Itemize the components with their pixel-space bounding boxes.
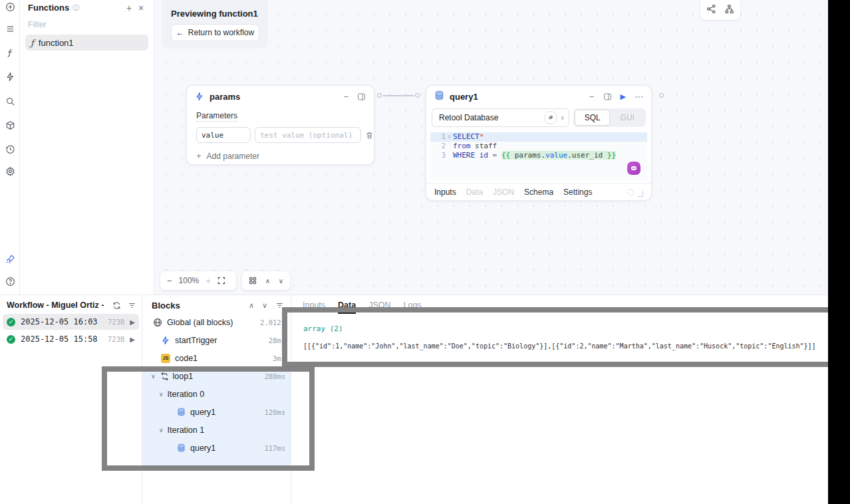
zoom-in-button[interactable]: + bbox=[206, 276, 211, 286]
grid-view-icon[interactable] bbox=[249, 277, 257, 285]
filter-icon[interactable] bbox=[128, 301, 136, 310]
play-run-icon[interactable]: ▶ bbox=[130, 336, 135, 343]
code-line-3: 3 WHERE id = {{ params.value.user_id }} bbox=[430, 151, 647, 160]
collapse-icon[interactable]: − bbox=[343, 92, 349, 101]
query-node-header: query1 − ▶ ⋯ bbox=[426, 86, 651, 107]
left-icon-rail bbox=[0, 0, 20, 295]
block-row-query1-iter1[interactable]: query1 117ms bbox=[142, 439, 291, 457]
rocket-icon[interactable] bbox=[5, 253, 15, 264]
function-item-icon: ƒ bbox=[31, 38, 34, 48]
runs-panel-title: Workflow - Miguel Ortiz - 20... bbox=[7, 301, 106, 310]
params-node-header: params − bbox=[187, 86, 374, 107]
zoom-toolbar: − 100% + bbox=[160, 271, 237, 291]
search-icon[interactable] bbox=[5, 96, 15, 106]
fit-view-icon[interactable] bbox=[217, 277, 225, 285]
function-icon[interactable] bbox=[5, 47, 15, 58]
query-input-port[interactable] bbox=[415, 93, 420, 98]
block-row-iteration-0[interactable]: ∨ Iteration 0 bbox=[142, 385, 291, 403]
add-function-button[interactable]: + bbox=[123, 3, 135, 13]
results-tab-logs[interactable]: Logs bbox=[404, 301, 422, 314]
run-results-panel: Inputs Data JSON Logs array (2) [[{"id":… bbox=[291, 295, 828, 504]
functions-filter-input[interactable] bbox=[28, 20, 141, 29]
help-icon[interactable] bbox=[5, 276, 15, 287]
run-size: 723B bbox=[108, 335, 124, 343]
query-node-title: query1 bbox=[450, 92, 478, 102]
filter-icon[interactable] bbox=[275, 301, 284, 310]
menu-icon[interactable] bbox=[5, 23, 15, 34]
tree-layout-icon[interactable] bbox=[724, 4, 734, 17]
collapse-all-icon[interactable]: ∧ bbox=[249, 301, 254, 310]
params-block-node[interactable]: params − Parameters + Add parameter bbox=[186, 85, 374, 165]
results-tab-json[interactable]: JSON bbox=[368, 301, 390, 314]
query-tab-settings[interactable]: Settings bbox=[563, 188, 592, 197]
chevron-down-icon[interactable]: ∨ bbox=[151, 373, 156, 380]
open-panel-icon[interactable] bbox=[357, 92, 366, 101]
loading-spinner-icon bbox=[627, 189, 634, 195]
block-row-loop1[interactable]: ∨ loop1 288ms bbox=[142, 367, 291, 385]
resource-selector[interactable]: Retool Database ∨ bbox=[432, 108, 569, 127]
result-type-label: array (2) bbox=[303, 324, 828, 333]
more-options-icon[interactable]: ⋯ bbox=[635, 92, 643, 101]
query-output-port[interactable] bbox=[659, 93, 664, 98]
block-row-starttrigger[interactable]: startTrigger 28ms bbox=[142, 331, 291, 349]
add-parameter-button[interactable]: + Add parameter bbox=[196, 151, 374, 161]
fold-chevron-icon[interactable]: ∨ bbox=[448, 132, 453, 142]
block-row-code1[interactable]: JS code1 3ms bbox=[142, 349, 291, 367]
query-tab-json[interactable]: JSON bbox=[493, 188, 514, 197]
results-tabs: Inputs Data JSON Logs bbox=[291, 295, 828, 314]
query-tab-data[interactable]: Data bbox=[466, 188, 483, 197]
open-panel-icon[interactable] bbox=[603, 92, 612, 101]
query-tab-inputs[interactable]: Inputs bbox=[434, 188, 456, 197]
params-output-port[interactable] bbox=[377, 93, 382, 98]
collapse-icon[interactable]: − bbox=[589, 92, 595, 101]
ai-assistant-icon[interactable] bbox=[627, 162, 640, 175]
lightning-icon[interactable] bbox=[5, 71, 15, 82]
run-row[interactable]: ✓ 2025-12-05 15:58 723B ▶ bbox=[3, 331, 139, 347]
chevron-down-icon[interactable]: ∨ bbox=[560, 114, 565, 121]
block-row-iteration-1[interactable]: ∨ Iteration 1 bbox=[142, 421, 291, 439]
results-tab-inputs[interactable]: Inputs bbox=[303, 301, 325, 314]
settings-gear-icon[interactable] bbox=[5, 166, 15, 176]
block-row-query1-iter0[interactable]: query1 120ms bbox=[142, 403, 291, 421]
database-icon bbox=[434, 90, 444, 103]
package-icon[interactable] bbox=[5, 120, 15, 130]
back-arrow-icon: ← bbox=[176, 28, 184, 37]
next-block-button[interactable]: ∨ bbox=[279, 277, 283, 285]
sql-gui-toggle: SQL GUI bbox=[573, 108, 646, 127]
sql-code-editor[interactable]: 1∨ SELECT* 2 from staff 3 WHERE id = {{ … bbox=[430, 132, 647, 180]
close-panel-button[interactable]: × bbox=[135, 3, 147, 13]
zoom-out-button[interactable]: − bbox=[167, 276, 172, 286]
param-test-value-input[interactable] bbox=[255, 127, 361, 143]
delete-param-icon[interactable] bbox=[365, 131, 374, 140]
function-list-item[interactable]: ƒ function1 bbox=[25, 35, 148, 51]
screenshot-crop-strip bbox=[828, 0, 850, 504]
play-run-icon[interactable]: ▶ bbox=[130, 318, 135, 326]
query-tab-schema[interactable]: Schema bbox=[524, 188, 553, 197]
query-node-footer: Inputs Data JSON Schema Settings bbox=[426, 183, 651, 200]
run-timestamp: 2025-12-05 15:58 bbox=[21, 334, 98, 344]
return-to-workflow-button[interactable]: ← Return to workflow bbox=[171, 24, 259, 41]
resize-handle[interactable] bbox=[637, 191, 643, 197]
workflow-canvas[interactable]: Previewing function1 ← Return to workflo… bbox=[154, 0, 828, 295]
param-name-input[interactable] bbox=[196, 127, 251, 143]
tab-gui[interactable]: GUI bbox=[610, 110, 644, 126]
history-icon[interactable] bbox=[5, 144, 15, 154]
database-icon bbox=[177, 408, 186, 416]
expand-all-icon[interactable]: ∨ bbox=[262, 301, 267, 310]
add-circle-icon[interactable] bbox=[5, 1, 15, 12]
preview-banner: Previewing function1 ← Return to workflo… bbox=[162, 0, 268, 49]
previous-block-button[interactable]: ∧ bbox=[265, 277, 270, 285]
block-row-global[interactable]: Global (all blocks) 2.012s bbox=[142, 313, 291, 331]
zoom-level[interactable]: 100% bbox=[179, 276, 200, 285]
globe-icon bbox=[153, 318, 162, 327]
query-block-node[interactable]: query1 − ▶ ⋯ Retool Database ∨ SQL GUI 1… bbox=[426, 85, 652, 201]
tab-sql[interactable]: SQL bbox=[575, 110, 611, 126]
link-resource-icon[interactable] bbox=[544, 111, 557, 124]
chevron-down-icon[interactable]: ∨ bbox=[159, 391, 164, 398]
run-row[interactable]: ✓ 2025-12-05 16:03 723B ▶ bbox=[3, 314, 139, 330]
chevron-down-icon[interactable]: ∨ bbox=[159, 427, 164, 434]
refresh-icon[interactable] bbox=[112, 301, 121, 310]
horizontal-layout-icon[interactable] bbox=[706, 4, 716, 17]
results-tab-data[interactable]: Data bbox=[338, 301, 356, 314]
run-query-button[interactable]: ▶ bbox=[621, 93, 626, 100]
